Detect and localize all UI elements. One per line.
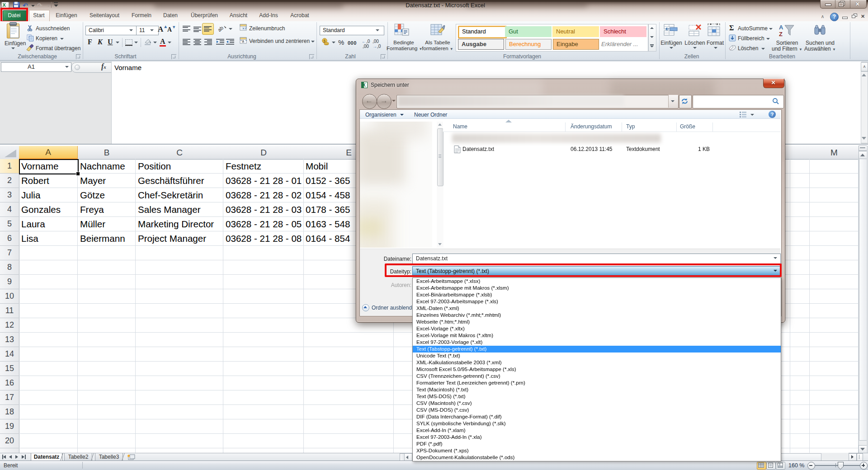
svg-text:ab: ab (218, 25, 224, 33)
svg-text:A: A (779, 24, 783, 31)
svg-text:Z: Z (779, 31, 783, 38)
svg-text:a: a (242, 39, 244, 43)
svg-text:X: X (363, 83, 366, 88)
